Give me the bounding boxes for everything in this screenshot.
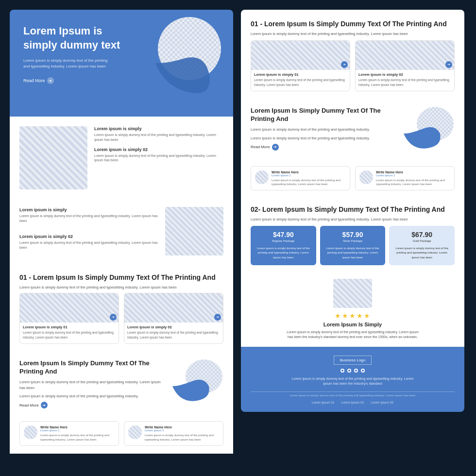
price-card-2: $57.90 Silver Package Lorem ipsum is sim… xyxy=(320,226,386,265)
review-image xyxy=(333,279,372,308)
hero-blob xyxy=(146,15,223,102)
blob-read-more-label-left: Read More xyxy=(19,403,39,408)
footer-dot-4 xyxy=(361,369,365,373)
content-item-1-desc: Lorem ipsum is simply dummy text of the … xyxy=(94,133,223,142)
left-text-items: Lorem ipsum is simply Lorem ipsum is sim… xyxy=(19,207,158,255)
footer-dot-3 xyxy=(354,369,358,373)
blob-para1-left: Lorem ipsum is simply dummy text of the … xyxy=(19,379,163,391)
hero-section: Lorem Ipsum is simply dummy text Lorem i… xyxy=(10,10,233,117)
section01-right-desc: Lorem ipsum is simply dummy text of the … xyxy=(251,31,455,36)
price-amount-3: $67.90 xyxy=(393,231,451,238)
testimonials-right: Write Name Here Lorem ipsum 1 Lorem ipsu… xyxy=(241,163,464,198)
testimonial-avatar-left-2 xyxy=(128,425,142,439)
testimonial-desc-left-2: Lorem ipsum is simply dummy text of the … xyxy=(145,433,219,442)
price-label-2: Silver Package xyxy=(324,239,382,242)
testimonial-right-1: Write Name Here Lorem ipsum 1 Lorem ipsu… xyxy=(251,166,350,191)
blob-section-left: Lorem Ipsum Is Simply Dummy Text Of The … xyxy=(10,352,233,417)
testimonial-left-2: Write Name Here Lorem ipsum 1 Lorem ipsu… xyxy=(124,421,223,446)
page-wrapper: Lorem Ipsum is simply dummy text Lorem i… xyxy=(10,10,466,454)
thumb-title-right-1: Lorem ipsum is simply 01 xyxy=(251,70,350,78)
testimonial-name-right-1: Write Name Here xyxy=(272,170,346,174)
blob-para2-right: Lorem ipsum is simply dummy text of the … xyxy=(251,136,394,141)
price-label-1: Regular Package xyxy=(255,239,312,242)
blob-heading-right: Lorem Ipsum Is Simply Dummy Text Of The … xyxy=(251,107,394,123)
thumb-image-right-1: ➜ xyxy=(251,41,350,70)
footer-divider: Lorem ipsum is simply dummy text of the … xyxy=(251,391,455,397)
testimonial-desc-right-1: Lorem ipsum is simply dummy text of the … xyxy=(272,178,346,187)
content-item-1-title: Lorem ipsum is simply xyxy=(94,126,223,131)
footer-link-1[interactable]: Lorem ipsum 01 xyxy=(312,401,335,404)
thumb-desc-left-1: Lorem ipsum is simply dummy text of the … xyxy=(20,330,119,339)
thumb-badge-left-1: ➜ xyxy=(110,314,117,321)
testimonial-text-left-1: Write Name Here Lorem ipsum 1 Lorem ipsu… xyxy=(40,425,115,442)
blob-image-right xyxy=(401,107,455,155)
blob-read-more-arrow-right: ➜ xyxy=(272,144,279,151)
testimonial-text-right-1: Write Name Here Lorem ipsum 1 Lorem ipsu… xyxy=(272,170,346,187)
section02-right-heading: 02- Lorem Ipsum Is Simply Dummy Text Of … xyxy=(241,197,464,225)
footer-divider-text: Lorem ipsum is simply dummy text of the … xyxy=(289,394,415,397)
testimonials-left: Write Name Here Lorem ipsum 1 Lorem ipsu… xyxy=(10,416,233,454)
testimonial-role-right-1: Lorem ipsum 1 xyxy=(272,174,346,177)
hero-desc: Lorem ipsum is simply dummy text of the … xyxy=(23,58,111,69)
blob-read-more-right[interactable]: Read More ➜ xyxy=(251,144,394,151)
card-thumb-right: ➜ Lorem ipsum is simply 01 Lorem ipsum i… xyxy=(241,40,464,99)
thumb-image-right-2: ➜ xyxy=(356,41,454,70)
testimonial-avatar-left-1 xyxy=(24,425,37,439)
two-item-2: Lorem ipsum is simply 02 Lorem ipsum is … xyxy=(19,234,158,250)
pricing-cards: $47.90 Regular Package Lorem ipsum is si… xyxy=(241,226,464,272)
section02-right-title: 02- Lorem Ipsum Is Simply Dummy Text Of … xyxy=(251,205,455,214)
blob-read-more-label-right: Read More xyxy=(251,145,270,149)
price-label-3: Gold Package xyxy=(393,239,451,242)
thumb-title-left-1: Lorem ipsum is simply 01 xyxy=(20,323,119,330)
price-amount-1: $47.90 xyxy=(255,231,312,238)
footer-link-2[interactable]: Lorem ipsum 02 xyxy=(341,401,364,404)
price-feature-2: Lorem ipsum is simply dummy text of the … xyxy=(324,246,382,260)
read-more-button[interactable]: Read More ➜ xyxy=(23,77,220,84)
blob-text-left: Lorem Ipsum Is Simply Dummy Text Of The … xyxy=(19,359,163,409)
blob-heading-left: Lorem Ipsum Is Simply Dummy Text Of The … xyxy=(19,359,163,376)
two-items-big-image xyxy=(165,207,223,255)
blob-para1-right: Lorem ipsum is simply dummy text of the … xyxy=(251,127,394,132)
section01-right-title: 01 - Lorem Ipsum Is Simply Dummy Text Of… xyxy=(251,19,455,28)
price-amount-2: $57.90 xyxy=(324,231,382,238)
two-item-2-desc: Lorem ipsum is simply dummy text of the … xyxy=(19,240,158,250)
testimonial-desc-right-2: Lorem ipsum is simply dummy text of the … xyxy=(376,178,450,187)
thumb-desc-right-2: Lorem ipsum is simply dummy text of the … xyxy=(356,78,454,86)
blob-read-more-left[interactable]: Read More ➜ xyxy=(19,402,163,408)
thumb-card-left-2: ➜ Lorem ipsum is simply 02 Lorem ipsum i… xyxy=(124,293,223,343)
content-main-image xyxy=(19,126,87,189)
thumb-badge-right-1: ➜ xyxy=(341,61,348,68)
footer-link-3[interactable]: Lorem ipsum 03 xyxy=(371,401,393,404)
testimonial-role-right-2: Lorem ipsum 1 xyxy=(376,174,450,177)
thumb-card-right-2: ➜ Lorem ipsum is simply 02 Lorem ipsum i… xyxy=(355,40,455,91)
thumb-image-left-1: ➜ xyxy=(20,293,119,323)
blob-section-right: Lorem Ipsum Is Simply Dummy Text Of The … xyxy=(241,99,464,163)
left-column: Lorem Ipsum is simply dummy text Lorem i… xyxy=(10,10,233,454)
thumb-card-left-1: ➜ Lorem ipsum is simply 01 Lorem ipsum i… xyxy=(19,293,119,343)
footer-links: Lorem ipsum 01 Lorem ipsum 02 Lorem ipsu… xyxy=(251,401,455,404)
testimonial-left-1: Write Name Here Lorem ipsum 1 Lorem ipsu… xyxy=(19,421,119,446)
blob-image-left xyxy=(170,359,223,408)
two-item-1: Lorem ipsum is simply Lorem ipsum is sim… xyxy=(19,207,158,223)
blob-text-right: Lorem Ipsum Is Simply Dummy Text Of The … xyxy=(251,107,394,151)
right-column: 01 - Lorem Ipsum Is Simply Dummy Text Of… xyxy=(241,10,464,454)
price-feature-1: Lorem ipsum is simply dummy text of the … xyxy=(255,246,312,260)
thumb-desc-left-2: Lorem ipsum is simply dummy text of the … xyxy=(124,330,223,339)
thumb-desc-right-1: Lorem ipsum is simply dummy text of the … xyxy=(251,78,350,86)
testimonial-role-left-2: Lorem ipsum 1 xyxy=(145,429,219,432)
testimonial-avatar-right-1 xyxy=(255,170,269,184)
read-more-label: Read More xyxy=(23,78,45,83)
footer-section: Business Logo Lorem ipsum is simply dumm… xyxy=(241,347,464,412)
content-section: Lorem ipsum is simply Lorem ipsum is sim… xyxy=(10,117,233,199)
review-section: ★★★★★ Lorem Ipsum Is Simply Lorem ipsum … xyxy=(241,272,464,347)
read-more-arrow: ➜ xyxy=(47,77,54,84)
blob-para2-left: Lorem ipsum is simply dummy text of the … xyxy=(19,393,163,399)
footer-body-text: Lorem ipsum is simply dummy text of the … xyxy=(289,376,416,387)
content-items: Lorem ipsum is simply Lorem ipsum is sim… xyxy=(94,126,223,189)
two-item-2-title: Lorem ipsum is simply 02 xyxy=(19,234,158,239)
thumb-title-right-2: Lorem ipsum is simply 02 xyxy=(356,70,454,78)
testimonial-right-2: Write Name Here Lorem ipsum 1 Lorem ipsu… xyxy=(355,166,455,191)
testimonial-text-right-2: Write Name Here Lorem ipsum 1 Lorem ipsu… xyxy=(376,170,450,187)
footer-dot-2 xyxy=(347,369,351,373)
testimonial-role-left-1: Lorem ipsum 1 xyxy=(40,429,115,432)
